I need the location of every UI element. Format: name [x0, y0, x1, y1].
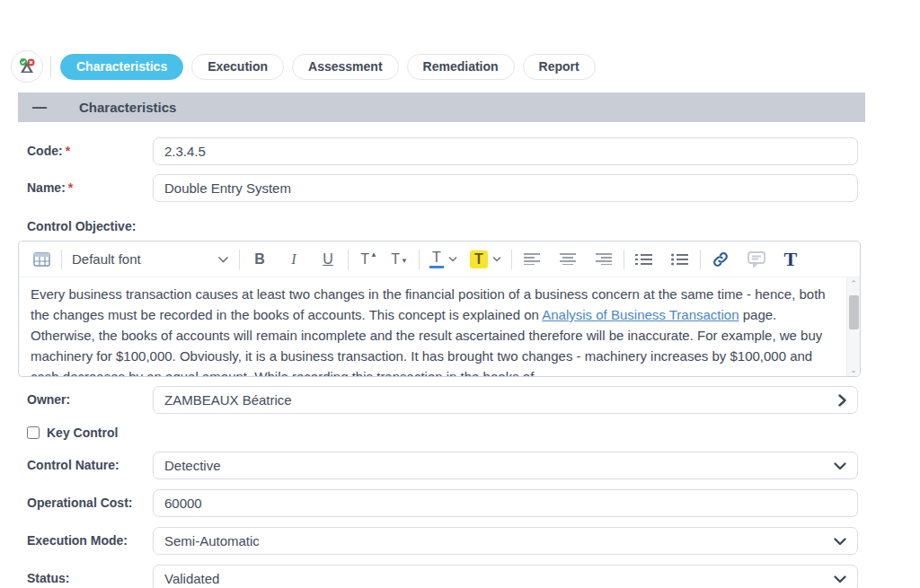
- chevron-down-icon: [492, 256, 501, 262]
- editor-toolbar: Default font B I U T▲ T▼ T T: [19, 241, 860, 277]
- ordered-list-button[interactable]: [634, 248, 654, 271]
- chevron-right-icon: [838, 394, 846, 407]
- control-objective-text[interactable]: Every business transaction causes at lea…: [19, 277, 846, 376]
- underline-button[interactable]: U: [318, 248, 338, 271]
- name-required-marker: *: [68, 180, 73, 195]
- code-label-text: Code:: [27, 144, 63, 158]
- toolbar-separator: [624, 250, 624, 269]
- name-input[interactable]: [153, 174, 858, 202]
- code-input[interactable]: [153, 137, 858, 165]
- operational-cost-label: Operational Cost:: [18, 489, 153, 510]
- scroll-up-icon[interactable]: ⌃: [850, 277, 857, 290]
- control-object-icon-glyph: [16, 56, 38, 77]
- owner-value: ZAMBEAUX Béatrice: [164, 392, 292, 408]
- tab-characteristics[interactable]: Characteristics: [60, 54, 183, 80]
- status-select[interactable]: Validated: [153, 565, 858, 588]
- bold-button[interactable]: B: [250, 248, 270, 271]
- control-objective-editor: Default font B I U T▲ T▼ T T: [18, 241, 861, 377]
- status-label: Status:: [18, 565, 153, 585]
- toolbar-separator: [511, 250, 512, 269]
- up-arrow-glyph: ▲: [370, 250, 377, 259]
- control-objective-label: Control Objective:: [18, 213, 153, 233]
- chevron-down-icon: [834, 575, 846, 584]
- control-nature-value: Detective: [164, 458, 221, 473]
- text-color-glyph: T: [432, 250, 441, 265]
- text-color-button[interactable]: T: [429, 248, 457, 271]
- align-center-button[interactable]: [558, 248, 578, 271]
- editor-scrollbar[interactable]: ⌃ ⌄: [846, 277, 860, 376]
- font-size-up-button[interactable]: T▲: [358, 248, 378, 271]
- insert-link-icon[interactable]: [711, 248, 730, 271]
- format-text-button[interactable]: T: [781, 248, 801, 271]
- name-label-text: Name:: [27, 180, 66, 195]
- font-family-select[interactable]: Default font: [72, 251, 229, 267]
- section-header: — Characteristics: [18, 92, 865, 122]
- tab-report[interactable]: Report: [523, 54, 596, 80]
- italic-button[interactable]: I: [284, 248, 304, 271]
- bullet-list-button[interactable]: [670, 248, 690, 271]
- toolbar-separator: [419, 250, 420, 269]
- align-right-button[interactable]: [594, 248, 614, 271]
- size-up-glyph: T: [360, 251, 369, 268]
- size-down-glyph: T: [391, 251, 400, 268]
- code-label: Code:*: [18, 137, 153, 158]
- insert-table-icon[interactable]: [31, 248, 51, 271]
- scroll-down-icon[interactable]: ⌄: [850, 364, 857, 376]
- status-value: Validated: [164, 571, 219, 586]
- down-arrow-glyph: ▼: [401, 257, 408, 265]
- font-size-down-button[interactable]: T▼: [389, 248, 409, 271]
- tab-execution[interactable]: Execution: [191, 54, 284, 80]
- tab-assessment[interactable]: Assessment: [292, 54, 399, 80]
- comment-icon[interactable]: [747, 248, 766, 271]
- key-control-label: Key Control: [47, 426, 118, 440]
- scrollbar-thumb[interactable]: [849, 295, 859, 329]
- tab-bar: Characteristics Execution Assessment Rem…: [11, 50, 865, 83]
- control-nature-label: Control Nature:: [18, 452, 153, 472]
- scrollbar-track[interactable]: [849, 290, 859, 364]
- owner-picker[interactable]: ZAMBEAUX Béatrice: [153, 386, 858, 414]
- tab-remediation[interactable]: Remediation: [407, 54, 515, 80]
- operational-cost-input[interactable]: [153, 489, 858, 517]
- chevron-down-icon: [448, 256, 457, 262]
- toolbar-separator: [348, 250, 349, 269]
- analysis-link[interactable]: Analysis of Business Transaction: [542, 307, 739, 322]
- font-family-value: Default font: [72, 251, 141, 267]
- execution-mode-label: Execution Mode:: [18, 527, 153, 548]
- align-left-button[interactable]: [522, 248, 542, 271]
- highlight-glyph: T: [470, 250, 488, 268]
- name-label: Name:*: [18, 174, 153, 195]
- key-control-row: Key Control: [18, 426, 865, 440]
- execution-mode-select[interactable]: Semi-Automatic: [153, 527, 858, 555]
- chevron-down-icon: [834, 462, 846, 470]
- chevron-down-icon: [834, 538, 846, 546]
- chevron-down-icon: [217, 256, 229, 263]
- code-required-marker: *: [66, 144, 70, 158]
- key-control-checkbox[interactable]: [27, 426, 40, 439]
- toolbar-separator: [61, 250, 62, 269]
- control-object-icon: [11, 50, 43, 83]
- tab-divider: [50, 56, 51, 77]
- collapse-section-button[interactable]: —: [32, 100, 47, 116]
- execution-mode-value: Semi-Automatic: [164, 533, 260, 549]
- control-nature-select[interactable]: Detective: [153, 452, 858, 479]
- toolbar-separator: [239, 250, 240, 269]
- control-form: Characteristics Execution Assessment Rem…: [18, 50, 865, 588]
- owner-label: Owner:: [18, 386, 153, 407]
- text-color-bar: [429, 266, 444, 268]
- section-title: Characteristics: [79, 100, 176, 115]
- toolbar-separator: [700, 250, 701, 269]
- highlight-color-button[interactable]: T: [470, 248, 501, 271]
